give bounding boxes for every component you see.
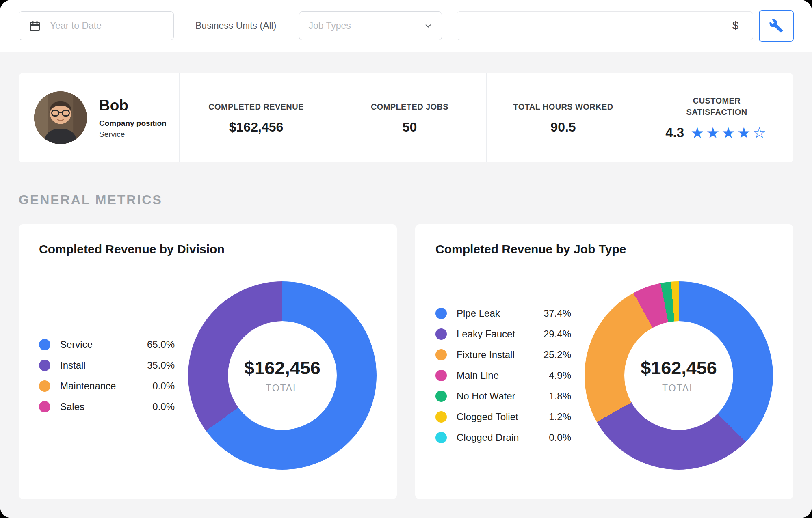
stat-total-hours: TOTAL HOURS WORKED 90.5 [486,73,640,162]
stat-customer-satisfaction: CUSTOMER SATISFACTION 4.3 ★★★★☆ [640,73,793,162]
date-range-filter[interactable]: Year to Date [19,11,174,40]
section-title: GENERAL METRICS [19,192,793,207]
job-types-value: Job Types [308,20,351,31]
wrench-icon [769,19,784,33]
legend-percentage: 4.9% [549,370,571,381]
stat-completed-revenue: COMPLETED REVENUE $162,456 [179,73,333,162]
revenue-by-job-type-card: Completed Revenue by Job Type Pipe Leak3… [415,224,793,499]
stat-label: TOTAL HOURS WORKED [513,101,613,112]
wrench-toggle-button[interactable] [759,10,794,42]
technician-department: Service [99,130,167,139]
legend-label: No Hot Water [457,391,549,402]
legend-percentage: 0.0% [152,380,175,392]
toolbar-divider [183,11,183,41]
legend-color-dot [435,432,447,443]
legend-label: Service [60,339,147,350]
legend-color-dot [39,401,50,412]
legend-label: Leaky Faucet [457,328,543,340]
legend-item: Clogged Drain0.0% [435,430,571,445]
donut-total-value: $162,456 [244,358,320,379]
donut-total-label: TOTAL [662,383,695,394]
legend-item: Main Line4.9% [435,368,571,383]
legend-color-dot [39,360,50,371]
business-units-filter[interactable]: Business Units (All) [195,20,276,31]
legend-color-dot [39,339,50,350]
date-range-label: Year to Date [50,20,102,31]
chart-body: Service65.0%Install35.0%Maintenance0.0%S… [30,256,387,495]
legend-item: Service65.0% [39,337,175,352]
donut-total-value: $162,456 [641,358,717,379]
legend-item: Install35.0% [39,358,175,373]
rating-value: 4.3 [665,125,684,140]
legend-item: Leaky Faucet29.4% [435,327,571,341]
donut-chart: $162,456 TOTAL [188,281,377,470]
legend-color-dot [435,308,447,319]
legend-item: No Hot Water1.8% [435,389,571,404]
legend-label: Clogged Toliet [457,411,549,423]
chart-title: Completed Revenue by Job Type [435,242,784,256]
legend-label: Maintenance [60,380,152,392]
stat-value: 90.5 [550,120,576,135]
legend-color-dot [435,391,447,402]
charts-row: Completed Revenue by Division Service65.… [19,224,793,499]
legend-label: Fixture Install [457,349,543,360]
job-types-select[interactable]: Job Types [299,11,442,40]
currency-toggle-button[interactable]: $ [718,12,753,40]
legend-label: Install [60,360,147,371]
star-rating-icons: ★★★★☆ [691,125,768,140]
legend-label: Clogged Drain [457,432,549,443]
donut-center: $162,456 TOTAL [228,321,337,430]
legend-percentage: 37.4% [543,308,571,319]
filter-toolbar: Year to Date Business Units (All) Job Ty… [0,0,812,52]
donut-center: $162,456 TOTAL [624,321,733,430]
stat-value: 50 [403,120,417,135]
search-group: $ [457,11,753,40]
chart-legend: Pipe Leak37.4%Leaky Faucet29.4%Fixture I… [435,306,571,445]
chevron-down-icon [424,22,433,30]
chart-legend: Service65.0%Install35.0%Maintenance0.0%S… [39,337,175,414]
legend-percentage: 65.0% [147,339,175,350]
legend-percentage: 1.2% [549,411,571,423]
stat-value: $162,456 [229,120,283,135]
legend-percentage: 29.4% [543,328,571,340]
technician-position: Company position [99,119,167,128]
search-input[interactable] [457,12,718,40]
technician-name: Bob [99,97,167,114]
legend-color-dot [435,349,447,360]
technician-summary-card: Bob Company position Service COMPLETED R… [19,73,793,162]
revenue-by-division-card: Completed Revenue by Division Service65.… [19,224,397,499]
donut-total-label: TOTAL [266,383,299,394]
chart-title: Completed Revenue by Division [39,242,387,256]
legend-label: Sales [60,401,152,412]
stat-label: COMPLETED REVENUE [208,101,304,112]
legend-label: Pipe Leak [457,308,543,319]
legend-color-dot [39,380,50,392]
satisfaction-rating: 4.3 ★★★★☆ [665,125,768,140]
donut-chart: $162,456 TOTAL [585,281,773,470]
legend-percentage: 0.0% [152,401,175,412]
stat-completed-jobs: COMPLETED JOBS 50 [333,73,486,162]
dashboard-page: Year to Date Business Units (All) Job Ty… [0,0,812,518]
stat-label: CUSTOMER SATISFACTION [676,95,758,118]
legend-percentage: 0.0% [549,432,571,443]
technician-info: Bob Company position Service [99,97,167,139]
legend-item: Sales0.0% [39,399,175,414]
avatar [34,91,87,144]
legend-color-dot [435,370,447,381]
legend-item: Clogged Toliet1.2% [435,410,571,424]
legend-percentage: 25.2% [543,349,571,360]
legend-color-dot [435,328,447,340]
legend-item: Pipe Leak37.4% [435,306,571,321]
legend-percentage: 1.8% [549,391,571,402]
technician-profile: Bob Company position Service [19,73,179,162]
stat-label: COMPLETED JOBS [371,101,448,112]
legend-color-dot [435,411,447,423]
calendar-icon [29,20,41,32]
legend-percentage: 35.0% [147,360,175,371]
legend-item: Maintenance0.0% [39,379,175,393]
legend-item: Fixture Install25.2% [435,347,571,362]
chart-body: Pipe Leak37.4%Leaky Faucet29.4%Fixture I… [427,256,784,495]
legend-label: Main Line [457,370,549,381]
